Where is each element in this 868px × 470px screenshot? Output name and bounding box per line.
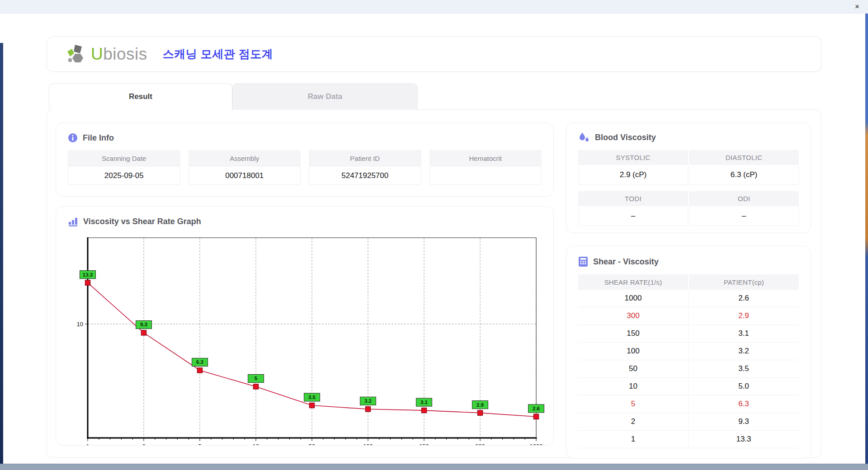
field-patient-id: Patient ID 52471925700 (309, 150, 421, 185)
todi-odi-table: TODI ODI – – (578, 191, 799, 226)
tab-raw-data[interactable]: Raw Data (232, 83, 418, 110)
svg-text:9.3: 9.3 (140, 322, 147, 327)
svg-text:6.3: 6.3 (196, 359, 203, 365)
desktop-edge-left (0, 43, 3, 464)
field-label: Hematocrit (429, 150, 542, 167)
shear-table-header: SHEAR RATE(1/s) PATIENT(cp) (578, 274, 799, 290)
table-row: 1000 2.6 (578, 290, 799, 307)
tab-result[interactable]: Result (49, 83, 232, 110)
ubiosis-logo-icon (66, 43, 88, 65)
field-value: 2025-09-05 (68, 167, 180, 185)
svg-text:10: 10 (77, 321, 83, 328)
desktop-edge-right (865, 14, 868, 464)
field-label: Patient ID (309, 150, 421, 167)
svg-text:3.2: 3.2 (364, 398, 372, 404)
file-info-panel: File Info Scanning Date 2025-09-05 Assem… (56, 122, 554, 197)
main-window: Ubiosis 스캐닝 모세관 점도계 Result Raw Data (47, 36, 821, 458)
field-value: 000718001 (189, 167, 301, 185)
header-card: Ubiosis 스캐닝 모세관 점도계 (47, 36, 821, 72)
field-value (429, 167, 542, 185)
window-titlebar: × (0, 0, 868, 14)
table-row: 150 3.1 (578, 325, 799, 343)
table-row: 1 13.3 (578, 431, 799, 448)
table-row: 100 3.2 (578, 343, 799, 360)
blood-viscosity-panel: Blood Viscosity SYSTOLIC DIASTOLIC 2.9 (… (566, 122, 811, 233)
svg-text:1: 1 (86, 443, 89, 446)
svg-text:50: 50 (309, 443, 315, 446)
graph-title: Viscosity vs Shear Rate Graph (68, 216, 553, 227)
svg-text:5: 5 (255, 376, 258, 381)
table-row: 10 5.0 (578, 378, 799, 395)
blood-viscosity-title: Blood Viscosity (578, 132, 799, 143)
diastolic-header: DIASTOLIC (689, 150, 799, 165)
file-info-fields: Scanning Date 2025-09-05 Assembly 000718… (68, 150, 542, 185)
field-label: Assembly (189, 150, 301, 167)
shear-viscosity-title: Shear - Viscosity (578, 256, 799, 267)
close-button[interactable]: × (852, 1, 863, 12)
table-row: 2 9.3 (578, 413, 799, 431)
table-row: 50 3.5 (578, 360, 799, 378)
col-shear-rate: SHEAR RATE(1/s) (578, 274, 688, 290)
table-row: 5 6.3 (578, 395, 799, 413)
info-icon (68, 133, 78, 143)
file-info-title: File Info (68, 133, 542, 143)
ubiosis-logo: Ubiosis (66, 43, 147, 65)
field-hematocrit: Hematocrit (429, 150, 542, 185)
viscosity-chart: 125105010015030010001013.39.36.353.53.23… (68, 231, 547, 446)
odi-value: – (689, 207, 799, 226)
field-value: 52471925700 (309, 167, 421, 185)
app-title: 스캐닝 모세관 점도계 (163, 47, 273, 61)
droplets-icon (578, 132, 590, 143)
svg-text:2: 2 (142, 443, 145, 446)
field-scanning-date: Scanning Date 2025-09-05 (68, 150, 180, 185)
svg-text:2.9: 2.9 (476, 402, 484, 408)
todi-header: TODI (578, 191, 688, 206)
svg-text:300: 300 (475, 443, 485, 446)
systolic-value: 2.9 (cP) (578, 165, 688, 185)
field-assembly: Assembly 000718001 (189, 150, 301, 185)
shear-viscosity-table: SHEAR RATE(1/s) PATIENT(cp) 1000 2.6 300… (578, 274, 799, 448)
app-screen: × Ubiosis 스캐닝 모세관 점도계 Result (0, 0, 868, 470)
odi-header: ODI (689, 191, 799, 206)
svg-text:13.3: 13.3 (83, 272, 93, 277)
svg-text:150: 150 (419, 443, 429, 446)
col-patient: PATIENT(cp) (689, 274, 799, 290)
svg-text:3.1: 3.1 (420, 400, 428, 405)
systolic-diastolic-table: SYSTOLIC DIASTOLIC 2.9 (cP) 6.3 (cP) (578, 150, 799, 185)
svg-text:10: 10 (253, 443, 259, 446)
tab-bar: Result Raw Data (49, 83, 821, 110)
systolic-header: SYSTOLIC (578, 150, 688, 165)
calculator-icon (578, 256, 588, 267)
result-tab-content: File Info Scanning Date 2025-09-05 Assem… (47, 109, 821, 458)
logo-text: Ubiosis (91, 45, 147, 64)
right-column: Blood Viscosity SYSTOLIC DIASTOLIC 2.9 (… (566, 122, 811, 446)
shear-viscosity-panel: Shear - Viscosity SHEAR RATE(1/s) PATIEN… (566, 246, 811, 459)
todi-value: – (578, 207, 688, 226)
svg-text:1000: 1000 (530, 443, 543, 446)
left-column: File Info Scanning Date 2025-09-05 Assem… (56, 122, 554, 446)
bar-chart-icon (68, 216, 78, 227)
svg-text:100: 100 (363, 443, 373, 446)
viscosity-graph-panel: Viscosity vs Shear Rate Graph 1251050100… (56, 206, 554, 446)
field-label: Scanning Date (68, 150, 180, 167)
table-row: 300 2.9 (578, 307, 799, 325)
svg-text:3.5: 3.5 (308, 395, 316, 400)
desktop-edge-bottom (0, 464, 868, 470)
svg-text:2.6: 2.6 (533, 406, 540, 411)
svg-text:5: 5 (198, 443, 201, 446)
diastolic-value: 6.3 (cP) (689, 165, 799, 185)
